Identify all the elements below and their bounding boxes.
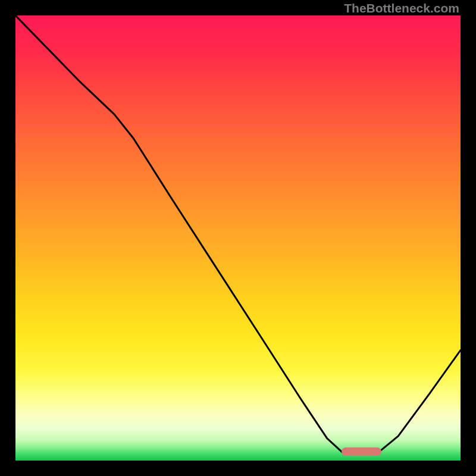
gradient-background [15,15,461,461]
plot-area [15,15,461,461]
optimal-range-marker [342,447,381,456]
watermark-text: TheBottleneck.com [344,1,459,15]
outer-frame: TheBottleneck.com [0,0,476,476]
